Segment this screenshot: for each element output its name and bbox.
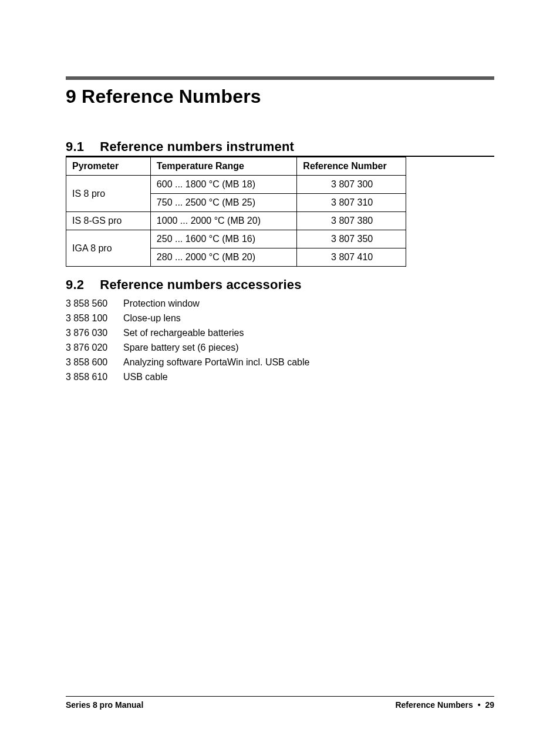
accessory-desc: Set of rechargeable batteries [123, 328, 494, 338]
list-item: 3 858 560Protection window [66, 298, 494, 309]
accessory-desc: USB cable [123, 372, 494, 382]
section-title: Reference numbers accessories [100, 277, 301, 292]
accessories-list: 3 858 560Protection window3 858 100Close… [66, 298, 494, 382]
accessory-desc: Spare battery set (6 pieces) [123, 342, 494, 353]
cell-ref-number: 3 807 380 [297, 212, 406, 230]
footer-right: Reference Numbers • 29 [395, 700, 494, 710]
section-9-1-heading: 9.1 Reference numbers instrument [66, 139, 494, 157]
page-content: 9 Reference Numbers 9.1 Reference number… [0, 0, 560, 382]
list-item: 3 858 610USB cable [66, 372, 494, 382]
cell-pyrometer: IS 8-GS pro [66, 212, 151, 230]
col-ref-number: Reference Number [297, 157, 406, 176]
table-header-row: Pyrometer Temperature Range Reference Nu… [66, 157, 406, 176]
cell-temp-range: 600 ... 1800 °C (MB 18) [150, 176, 297, 194]
cell-ref-number: 3 807 410 [297, 248, 406, 267]
instrument-table: Pyrometer Temperature Range Reference Nu… [66, 157, 406, 267]
cell-temp-range: 1000 ... 2000 °C (MB 20) [150, 212, 297, 230]
cell-temp-range: 250 ... 1600 °C (MB 16) [150, 230, 297, 248]
accessory-ref: 3 858 600 [66, 357, 123, 368]
accessory-ref: 3 876 020 [66, 342, 123, 353]
table-row: IS 8-GS pro1000 ... 2000 °C (MB 20)3 807… [66, 212, 406, 230]
list-item: 3 858 100Close-up lens [66, 313, 494, 324]
cell-pyrometer: IS 8 pro [66, 176, 151, 212]
col-temp-range: Temperature Range [150, 157, 297, 176]
accessory-ref: 3 876 030 [66, 328, 123, 338]
footer-separator: • [475, 700, 483, 710]
section-number: 9.2 [66, 277, 96, 293]
accessory-ref: 3 858 560 [66, 298, 123, 309]
section-9-2-heading: 9.2 Reference numbers accessories [66, 277, 494, 293]
accessory-desc: Protection window [123, 298, 494, 309]
list-item: 3 876 030Set of rechargeable batteries [66, 328, 494, 338]
chapter-rule [66, 76, 494, 80]
section-9-2: 9.2 Reference numbers accessories 3 858 … [66, 277, 494, 382]
cell-ref-number: 3 807 310 [297, 194, 406, 212]
footer-left: Series 8 pro Manual [66, 700, 143, 710]
footer-section-name: Reference Numbers [395, 700, 473, 710]
accessory-desc: Close-up lens [123, 313, 494, 324]
accessory-ref: 3 858 100 [66, 313, 123, 324]
chapter-heading: 9 Reference Numbers [66, 86, 494, 107]
cell-ref-number: 3 807 350 [297, 230, 406, 248]
list-item: 3 876 020Spare battery set (6 pieces) [66, 342, 494, 353]
chapter-number: 9 [66, 86, 76, 107]
accessory-ref: 3 858 610 [66, 372, 123, 382]
accessory-desc: Analyzing software PortaWin incl. USB ca… [123, 357, 494, 368]
cell-pyrometer: IGA 8 pro [66, 230, 151, 267]
list-item: 3 858 600Analyzing software PortaWin inc… [66, 357, 494, 368]
cell-ref-number: 3 807 300 [297, 176, 406, 194]
cell-temp-range: 280 ... 2000 °C (MB 20) [150, 248, 297, 267]
page-footer: Series 8 pro Manual Reference Numbers • … [66, 696, 494, 710]
footer-page-number: 29 [485, 700, 494, 710]
col-pyrometer: Pyrometer [66, 157, 151, 176]
chapter-title: Reference Numbers [82, 86, 261, 107]
table-row: IS 8 pro600 ... 1800 °C (MB 18)3 807 300 [66, 176, 406, 194]
cell-temp-range: 750 ... 2500 °C (MB 25) [150, 194, 297, 212]
section-number: 9.1 [66, 139, 96, 154]
section-title: Reference numbers instrument [100, 139, 294, 154]
table-row: IGA 8 pro250 ... 1600 °C (MB 16)3 807 35… [66, 230, 406, 248]
